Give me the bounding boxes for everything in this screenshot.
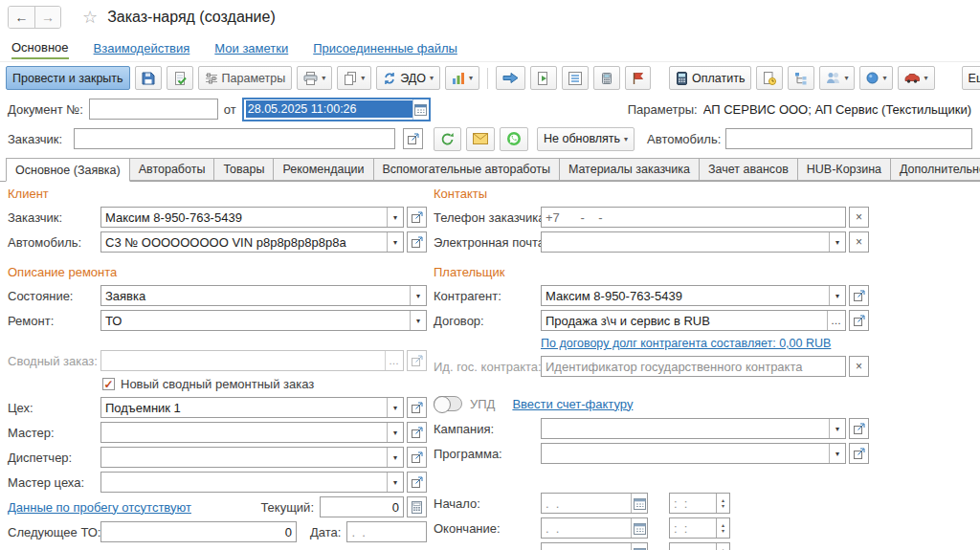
dropdown-arrow-icon[interactable]: ▾ — [829, 286, 845, 305]
phone-field[interactable] — [541, 207, 846, 228]
shop-master-input[interactable] — [101, 473, 387, 492]
contractor-field[interactable]: ▾ — [541, 285, 846, 306]
customer-field[interactable]: ▾ — [100, 207, 404, 228]
next-service-field[interactable] — [100, 521, 297, 542]
open-button[interactable] — [407, 422, 427, 443]
doc-number-field[interactable] — [89, 99, 218, 120]
document-clock-button[interactable] — [756, 66, 783, 90]
dropdown-arrow-icon[interactable]: ▾ — [829, 444, 845, 463]
structure-button[interactable] — [788, 66, 814, 90]
open-button[interactable] — [407, 397, 427, 418]
tab-hub-cart[interactable]: HUB-Корзина — [797, 158, 891, 181]
calendar-button[interactable] — [631, 543, 647, 550]
state-input[interactable] — [101, 286, 410, 305]
open-button[interactable] — [849, 443, 869, 464]
dropdown-arrow-icon[interactable]: ▾ — [829, 419, 845, 438]
calendar-button[interactable] — [631, 518, 647, 538]
post-document-button[interactable] — [167, 66, 193, 90]
nav-item-attachments[interactable]: Присоединенные файлы — [313, 41, 457, 55]
end-date-input[interactable] — [542, 518, 631, 538]
clear-button[interactable]: × — [849, 356, 869, 377]
contract-field[interactable]: … — [541, 310, 846, 331]
refresh-contact-button[interactable] — [434, 127, 461, 151]
forward-button[interactable]: → — [34, 7, 60, 28]
open-button[interactable] — [407, 231, 427, 253]
car-input[interactable] — [101, 232, 387, 252]
open-button[interactable] — [849, 310, 869, 331]
open-button[interactable] — [407, 447, 427, 468]
contract-debt-link[interactable]: По договору долг контрагента составляет:… — [541, 337, 831, 350]
time-spinner[interactable]: ▴▾ — [716, 518, 729, 538]
ellipsis-button[interactable]: … — [385, 351, 403, 370]
nav-item-main[interactable]: Основное — [11, 37, 69, 59]
doc-number-input[interactable] — [90, 99, 217, 119]
dropdown-arrow-icon[interactable]: ▾ — [387, 208, 403, 227]
copy-menu-button[interactable]: ▾ — [337, 66, 371, 90]
campaign-input[interactable] — [542, 419, 829, 438]
status-menu-button[interactable]: ▾ — [859, 66, 893, 90]
parameters-button[interactable]: Параметры — [198, 66, 293, 90]
program-field[interactable]: ▾ — [541, 443, 846, 464]
open-button[interactable] — [849, 285, 869, 306]
master-field[interactable]: ▾ — [100, 422, 404, 443]
dropdown-arrow-icon[interactable]: ▾ — [387, 448, 403, 467]
dropdown-arrow-icon[interactable]: ▾ — [410, 311, 426, 330]
edo-menu-button[interactable]: ЭДО▾ — [376, 66, 440, 90]
shop-input[interactable] — [101, 398, 387, 417]
email-input[interactable] — [542, 232, 829, 252]
favorite-star-icon[interactable]: ☆ — [82, 7, 98, 28]
open-button[interactable] — [407, 207, 427, 228]
forward-document-button[interactable] — [496, 66, 525, 90]
dispatcher-input[interactable] — [101, 448, 387, 467]
customer-quick-input[interactable] — [75, 129, 394, 148]
flag-button[interactable] — [625, 66, 651, 90]
dropdown-arrow-icon[interactable]: ▾ — [410, 286, 426, 305]
whatsapp-button[interactable] — [500, 127, 528, 151]
spin-down-icon[interactable]: ▾ — [722, 528, 724, 534]
more-button[interactable]: Еще — [962, 66, 980, 90]
dropdown-arrow-icon[interactable]: ▾ — [387, 423, 403, 442]
dropdown-arrow-icon[interactable]: ▾ — [387, 473, 403, 492]
shop-master-field[interactable]: ▾ — [100, 472, 404, 493]
calculator-button[interactable] — [407, 496, 427, 517]
clear-button[interactable]: × — [849, 207, 869, 228]
current-mileage-input[interactable] — [321, 497, 403, 517]
start-time-field[interactable]: ▴▾ — [669, 493, 730, 514]
campaign-field[interactable]: ▾ — [541, 418, 846, 439]
tab-autoworks[interactable]: Автоработы — [129, 158, 215, 181]
start-date-field[interactable] — [541, 493, 648, 514]
gov-contract-field[interactable] — [541, 356, 846, 377]
calendar-button[interactable] — [631, 494, 647, 513]
cash-register-button[interactable] — [593, 66, 620, 90]
extra-date-input[interactable] — [542, 543, 631, 550]
next-service-input[interactable] — [101, 522, 296, 541]
open-button[interactable] — [849, 418, 869, 439]
start-time-input[interactable] — [670, 494, 716, 513]
document-play-button[interactable] — [530, 66, 557, 90]
current-mileage-field[interactable] — [320, 496, 404, 517]
repair-type-input[interactable] — [101, 311, 410, 330]
start-date-input[interactable] — [542, 494, 631, 513]
end-time-input[interactable] — [670, 518, 716, 538]
assignees-menu-button[interactable]: ▾ — [819, 66, 855, 90]
end-date-field[interactable] — [541, 517, 648, 539]
gov-contract-input[interactable] — [542, 357, 845, 376]
email-field[interactable]: ▾ — [541, 231, 846, 253]
calendar-button[interactable] — [412, 99, 429, 120]
end-time-field[interactable]: ▴▾ — [669, 517, 730, 539]
tab-recommendations[interactable]: Рекомендации — [273, 158, 373, 181]
dropdown-arrow-icon[interactable]: ▾ — [387, 398, 403, 417]
dont-update-button[interactable]: Не обновлять▾ — [537, 127, 635, 151]
open-button[interactable] — [407, 472, 427, 493]
summary-order-input[interactable] — [101, 351, 385, 370]
time-spinner[interactable]: ▴▾ — [716, 494, 729, 513]
shop-field[interactable]: ▾ — [100, 397, 404, 418]
summary-order-field[interactable]: … — [100, 350, 404, 371]
extra-time-field[interactable]: ▴▾ — [669, 542, 730, 550]
car-quick-input[interactable] — [726, 129, 971, 148]
ellipsis-button[interactable]: … — [827, 311, 845, 330]
vehicle-menu-button[interactable]: ▾ — [898, 66, 934, 90]
extra-date-field[interactable] — [541, 542, 648, 550]
open-button[interactable] — [407, 350, 427, 371]
save-button[interactable] — [135, 66, 162, 90]
